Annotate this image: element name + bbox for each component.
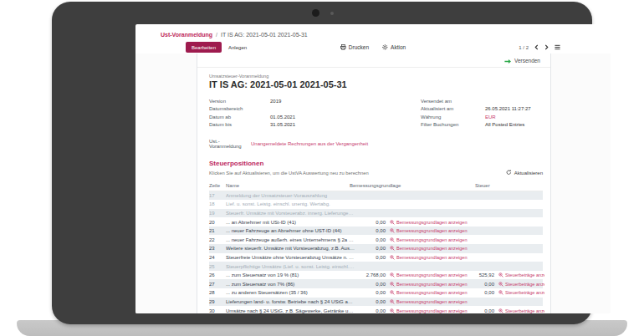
row-name: ... neuer Fahrzeuge an Abnehmer ohne UST… — [226, 228, 358, 233]
breadcrumb-doctype-link[interactable]: Ust-Voranmeldung — [161, 32, 212, 38]
row-line-number: 19 — [209, 211, 226, 216]
base-amounts-link[interactable]: Bemessungsgrundlagen anzeigen — [386, 272, 468, 277]
row-line-number: 21 — [209, 228, 226, 233]
row-base-value: 0,00 — [358, 220, 386, 225]
action-label: Aktion — [391, 44, 406, 50]
field-version: Version 2019 — [209, 97, 421, 105]
base-link-label: Bemessungsgrundlagen anzeigen — [396, 299, 468, 304]
form-column-right: Versendet am Aktualisiert am 26.05.2021 … — [421, 97, 543, 129]
row-tax-value: 0,00 — [468, 308, 494, 313]
base-amounts-link[interactable]: Bemessungsgrundlagen anzeigen — [386, 228, 468, 233]
base-link-label: Bemessungsgrundlagen anzeigen — [396, 220, 468, 225]
create-button[interactable]: Anlegen — [224, 42, 251, 53]
app-screen: Ust-Voranmeldung / IT IS AG: 2021-05-01 … — [135, 24, 611, 313]
base-amounts-link[interactable]: Bemessungsgrundlagen anzeigen — [386, 282, 468, 287]
base-link-label: Bemessungsgrundlagen anzeigen — [396, 290, 468, 295]
field-label: Filter Buchungen — [421, 122, 485, 127]
base-link-label: Bemessungsgrundlagen anzeigen — [396, 282, 468, 287]
tax-link-label: Steuerbeträge anzeigen — [505, 272, 544, 277]
table-row: 23Weitere steuerfr. Umsätze mit Vorsteue… — [209, 244, 543, 253]
row-line-number: 28 — [209, 290, 226, 295]
print-label: Drucken — [349, 44, 369, 50]
tax-amounts-link[interactable]: Steuerbeträge anzeigen — [494, 308, 544, 313]
row-name: ... an Abnehmer mit USt-ID (41) — [226, 220, 358, 225]
row-line-number: 23 — [209, 246, 226, 251]
table-row: 27... zum Steuersatz von 7% (86)0,00Beme… — [209, 279, 543, 288]
column-header-base: Bemessungsgrundlage — [350, 183, 475, 188]
chevron-left-icon[interactable] — [534, 44, 539, 50]
hint-row: Klicken Sie auf Aktualisieren, um die Us… — [209, 170, 543, 176]
table-row: 26... zum Steuersatz von 19 % (81)2.768,… — [209, 271, 543, 280]
laptop-mockup: Ust-Voranmeldung / IT IS AG: 2021-05-01 … — [0, 0, 644, 336]
field-value: 31.05.2021 — [270, 122, 295, 127]
table-row: 29Lieferungen land- u. forstw. Betriebe … — [209, 298, 543, 307]
action-menu-button[interactable]: Aktion — [382, 44, 406, 51]
list-menu-icon[interactable] — [555, 44, 560, 50]
page-indicator: 1 / 2 — [519, 45, 529, 50]
row-line-number: 24 — [209, 255, 226, 260]
form-grid: Version 2019 Datumsbereich Datum ab 01.0… — [209, 97, 543, 129]
form-column-left: Version 2019 Datumsbereich Datum ab 01.0… — [209, 97, 421, 129]
field-datum-ab: Datum ab 01.05.2021 — [209, 113, 421, 121]
currency-link[interactable]: EUR — [485, 115, 496, 120]
base-link-label: Bemessungsgrundlagen anzeigen — [396, 246, 468, 251]
toolbar-center: Drucken Aktion — [340, 44, 406, 51]
field-filter-buchungen: Filter Buchungen All Posted Entries — [421, 121, 543, 130]
refresh-button[interactable]: Aktualisieren — [506, 170, 543, 176]
card-body: Umsatzsteuer-Voranmeldung IT IS AG: 2021… — [197, 68, 550, 313]
row-name: ... zum Steuersatz von 7% (86) — [226, 282, 358, 287]
row-name: ... neuer Fahrzeuge außerh. eines Untern… — [226, 237, 358, 242]
edit-button[interactable]: Bearbeiten — [186, 42, 222, 53]
field-label: Datum bis — [209, 122, 270, 127]
row-name: Weitere steuerfr. Umsätze mit Vorsteuera… — [226, 246, 358, 251]
row-name: Anmeldung der Umsatzsteuer-Vorauszahlung — [226, 193, 358, 198]
row-line-number: 18 — [209, 201, 226, 206]
row-base-value: 0,00 — [358, 255, 386, 260]
table-row: 21... neuer Fahrzeuge an Abnehmer ohne U… — [209, 227, 543, 236]
field-label: Währung — [421, 115, 485, 120]
row-base-value: 0,00 — [358, 290, 386, 295]
base-amounts-link[interactable]: Bemessungsgrundlagen anzeigen — [386, 308, 468, 313]
breadcrumb-separator: / — [216, 32, 217, 38]
base-amounts-link[interactable]: Bemessungsgrundlagen anzeigen — [386, 237, 468, 242]
row-tax-value: 525,92 — [468, 272, 494, 277]
base-link-label: Bemessungsgrundlagen anzeigen — [396, 272, 468, 277]
base-amounts-link[interactable]: Bemessungsgrundlagen anzeigen — [386, 255, 468, 260]
tax-amounts-link[interactable]: Steuerbeträge anzeigen — [494, 272, 544, 277]
unreported-invoices-link[interactable]: Unangemeldete Rechnungen aus der Vergang… — [251, 141, 368, 146]
table-row: 20... an Abnehmer mit USt-ID (41)0,00Bem… — [209, 217, 543, 227]
uva-row: Ust.-Voranmeldung Unangemeldete Rechnung… — [209, 139, 543, 149]
field-datum-bis: Datum bis 31.05.2021 — [209, 121, 421, 130]
refresh-icon — [506, 170, 512, 176]
row-name: Steuerpflichtige Umsätze (Lief. u. sonst… — [226, 264, 358, 269]
webcam-led-dot — [330, 12, 334, 15]
base-link-label: Bemessungsgrundlagen anzeigen — [396, 308, 468, 313]
base-amounts-link[interactable]: Bemessungsgrundlagen anzeigen — [386, 299, 468, 304]
row-line-number: 29 — [209, 299, 226, 304]
field-versendet-am: Versendet am — [421, 97, 543, 105]
printer-icon — [340, 44, 346, 51]
tax-link-label: Steuerbeträge anzeigen — [505, 308, 544, 313]
print-button[interactable]: Drucken — [340, 44, 369, 51]
send-button[interactable]: Versenden — [514, 58, 540, 64]
row-name: ... zu anderen Steuersätzen (35 / 36) — [226, 290, 358, 295]
refresh-hint: Klicken Sie auf Aktualisieren, um die Us… — [209, 171, 369, 176]
field-value: 26.05.2021 11:27:27 — [485, 106, 531, 111]
field-label: Datum ab — [209, 115, 270, 120]
field-waehrung: Währung EUR — [421, 113, 543, 121]
chevron-right-icon[interactable] — [544, 44, 549, 50]
laptop-bezel: Ust-Voranmeldung / IT IS AG: 2021-05-01 … — [52, 2, 592, 324]
row-base-value: 0,00 — [358, 228, 386, 233]
table-row: 28... zu anderen Steuersätzen (35 / 36)0… — [209, 288, 543, 298]
row-tax-value: 0,00 — [468, 282, 494, 287]
row-name: Lieferungen land- u. forstw. Betriebe na… — [226, 299, 358, 304]
base-amounts-link[interactable]: Bemessungsgrundlagen anzeigen — [386, 246, 468, 251]
base-amounts-link[interactable]: Bemessungsgrundlagen anzeigen — [386, 290, 468, 295]
row-line-number: 26 — [209, 272, 226, 277]
tax-amounts-link[interactable]: Steuerbeträge anzeigen — [494, 282, 544, 287]
tax-amounts-link[interactable]: Steuerbeträge anzeigen — [494, 290, 544, 295]
base-amounts-link[interactable]: Bemessungsgrundlagen anzeigen — [386, 220, 468, 225]
table-row: 17Anmeldung der Umsatzsteuer-Vorauszahlu… — [209, 191, 543, 201]
tax-table: Zeile Name Bemessungsgrundlage Steuer 17… — [209, 181, 543, 314]
row-name: ... zum Steuersatz von 19 % (81) — [226, 272, 358, 277]
